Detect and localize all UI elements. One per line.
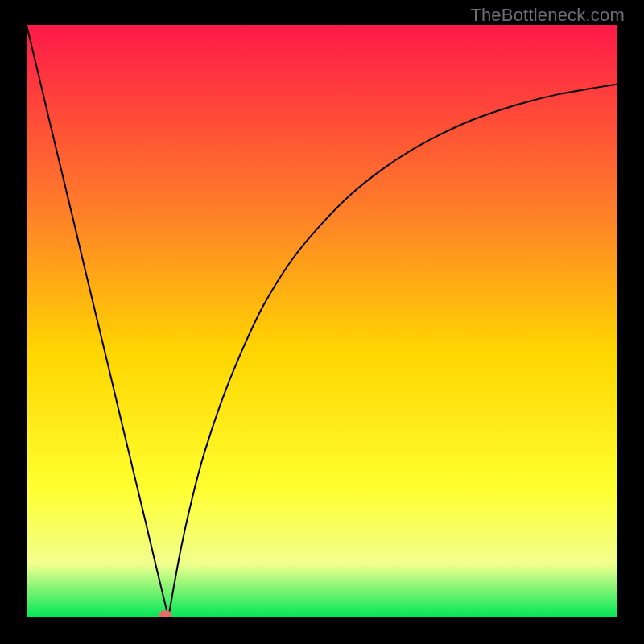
watermark-text: TheBottleneck.com (470, 5, 625, 26)
chart-frame: TheBottleneck.com (0, 0, 644, 644)
bottleneck-chart (27, 25, 617, 617)
chart-background (27, 25, 617, 617)
